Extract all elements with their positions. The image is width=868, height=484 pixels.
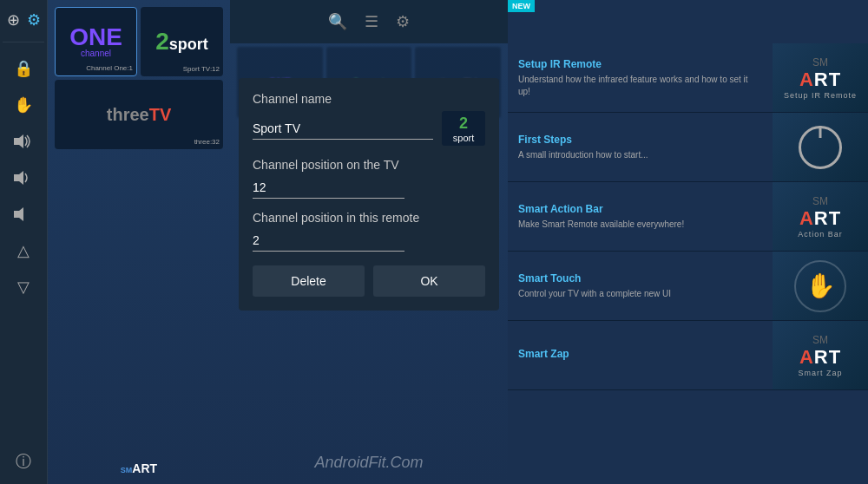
channel-name-label: Channel name: [253, 92, 485, 106]
right-header: NEW: [508, 0, 868, 43]
menu-icon[interactable]: ☰: [365, 12, 378, 31]
channel-position-tv-label: Channel position on the TV: [253, 158, 485, 172]
channel-sport-number: 2: [155, 28, 169, 56]
smart-logo-setup-ir: SM ART Setup IR Remote: [784, 56, 857, 100]
channel-name-row: Channel name 2 sport: [253, 92, 485, 146]
channel-panel: ONE channel Channel One:1 2 sport Sport …: [48, 0, 230, 484]
channel-three-tv: TV: [149, 105, 172, 124]
triangle-down-icon[interactable]: ▽: [6, 271, 41, 303]
smart-logo-sm2: SM: [798, 195, 843, 207]
right-item-first-steps[interactable]: First Steps A small introduction how to …: [508, 113, 868, 182]
smart-logo-sub1: Setup IR Remote: [784, 91, 857, 100]
lock-icon[interactable]: 🔒: [6, 53, 41, 84]
right-items-list: Setup IR Remote Understand how the infra…: [508, 43, 868, 484]
right-item-smart-touch-title: Smart Touch: [518, 272, 762, 285]
right-item-action-bar-title: Smart Action Bar: [518, 203, 762, 215]
right-item-action-bar-desc: Make Smart Remote available everywhere!: [518, 219, 762, 231]
right-item-smart-zap-visual: SM ART Smart Zap: [773, 321, 868, 389]
smart-logo-big1: ART: [784, 69, 857, 91]
channel-one-label: channel: [69, 49, 122, 58]
svg-marker-2: [14, 207, 23, 221]
right-item-setup-ir-visual: SM ART Setup IR Remote: [773, 43, 868, 112]
smart-logo-action-bar: SM ART Action Bar: [798, 195, 843, 239]
new-badge: NEW: [508, 0, 535, 12]
ok-button[interactable]: OK: [373, 265, 485, 297]
sidebar-nav: 🔒 ✋ △ ▽: [6, 44, 41, 439]
channel-one-logo: ONE channel: [69, 25, 122, 58]
volume-mid-icon[interactable]: [6, 162, 41, 193]
channel-one-id: Channel One:1: [86, 64, 133, 72]
channel-position-remote-label: Channel position in this remote: [253, 211, 485, 225]
right-item-setup-ir-desc: Understand how the infrared feature work…: [518, 74, 762, 98]
info-icon[interactable]: ⓘ: [6, 446, 41, 477]
power-circle-icon: [799, 126, 842, 169]
channel-position-tv-input[interactable]: [253, 177, 404, 199]
settings-icon[interactable]: ⚙: [23, 7, 44, 33]
channel-sport-id: Sport TV:12: [183, 65, 220, 73]
smart-logo-sub2: Action Bar: [798, 230, 843, 239]
right-item-smart-touch-text: Smart Touch Control your TV with a compl…: [508, 252, 773, 320]
badge-number: 2: [459, 114, 468, 133]
smart-logo-sm3: SM: [798, 334, 842, 346]
right-item-setup-ir-title: Setup IR Remote: [518, 58, 762, 70]
svg-marker-0: [14, 134, 23, 148]
smart-logo-sm1: SM: [784, 56, 857, 69]
channel-one-card[interactable]: ONE channel Channel One:1: [55, 7, 137, 76]
sidebar-bottom: ⓘ: [6, 439, 41, 484]
channel-position-tv-row: Channel position on the TV: [253, 158, 485, 199]
right-item-first-steps-text: First Steps A small introduction how to …: [508, 113, 773, 181]
search-icon[interactable]: 🔍: [328, 12, 347, 31]
settings2-icon[interactable]: ⚙: [396, 12, 410, 31]
channel-name-input-row: 2 sport: [253, 111, 485, 146]
right-item-setup-ir[interactable]: Setup IR Remote Understand how the infra…: [508, 43, 868, 113]
right-item-smart-zap-text: Smart Zap: [508, 321, 773, 389]
right-item-setup-ir-text: Setup IR Remote Understand how the infra…: [508, 43, 773, 112]
svg-marker-1: [14, 171, 23, 185]
delete-button[interactable]: Delete: [253, 265, 365, 297]
badge-text: sport: [453, 133, 474, 143]
right-item-smart-touch-visual: ✋: [773, 252, 868, 320]
channel-name-input[interactable]: [253, 118, 433, 140]
channel-three-word: three: [107, 105, 149, 124]
triangle-up-icon[interactable]: △: [6, 235, 41, 266]
sidebar: ⊕ ⚙ ⊡ ⏻ 🔒 ✋ △ ▽ ⓘ: [0, 0, 48, 484]
channel-sport-name: sport: [169, 36, 208, 54]
center-top-bar: 🔍 ☰ ⚙: [230, 0, 508, 43]
volume-low-icon[interactable]: [6, 199, 41, 230]
smart-label: SMART: [121, 461, 157, 475]
hand-icon[interactable]: ✋: [6, 89, 41, 121]
right-item-first-steps-desc: A small introduction how to start...: [518, 149, 762, 161]
sidebar-top-bar: ⊕ ⚙ ⊡ ⏻: [0, 0, 47, 40]
hand-circle-icon: ✋: [794, 260, 846, 312]
right-panel: NEW Setup IR Remote Understand how the i…: [508, 0, 868, 484]
right-item-action-bar[interactable]: Smart Action Bar Make Smart Remote avail…: [508, 182, 868, 252]
right-item-smart-touch-desc: Control your TV with a complete new UI: [518, 288, 762, 300]
right-item-action-bar-text: Smart Action Bar Make Smart Remote avail…: [508, 182, 773, 251]
channel-position-remote-input[interactable]: [253, 230, 404, 252]
center-panel: 🔍 ☰ ⚙ ONE 2sport threeTV Channel name 2 …: [230, 0, 508, 484]
channel-three-logo: threeTV: [107, 105, 171, 125]
plus-icon[interactable]: ⊕: [3, 7, 23, 33]
smart-logo-big3: ART: [798, 346, 842, 369]
right-item-action-bar-visual: SM ART Action Bar: [773, 182, 868, 251]
right-item-smart-zap[interactable]: Smart Zap SM ART Smart Zap: [508, 321, 868, 390]
right-item-smart-zap-title: Smart Zap: [518, 348, 762, 360]
channel-position-remote-row: Channel position in this remote: [253, 211, 485, 252]
right-item-first-steps-title: First Steps: [518, 134, 762, 146]
channel-one-number: ONE: [69, 25, 122, 49]
channel-sport-card[interactable]: 2 sport Sport TV:12: [141, 7, 223, 76]
channel-edit-dialog: Channel name 2 sport Channel position on…: [239, 78, 499, 311]
right-item-smart-touch[interactable]: Smart Touch Control your TV with a compl…: [508, 252, 868, 321]
dialog-buttons: Delete OK: [253, 265, 485, 297]
channel-three-card[interactable]: threeTV three:32: [55, 80, 223, 149]
sidebar-divider: [3, 42, 45, 43]
smart-logo-smart-zap: SM ART Smart Zap: [798, 334, 842, 377]
channel-grid: ONE channel Channel One:1 2 sport Sport …: [48, 0, 230, 156]
right-item-first-steps-visual: [773, 113, 868, 181]
volume-high-icon[interactable]: [6, 126, 41, 157]
channel-badge: 2 sport: [442, 111, 485, 146]
smart-logo-sub3: Smart Zap: [798, 369, 842, 377]
watermark: AndroidFit.Com: [314, 454, 423, 472]
channel-three-id: three:32: [194, 138, 220, 146]
smart-logo-big2: ART: [798, 207, 843, 230]
